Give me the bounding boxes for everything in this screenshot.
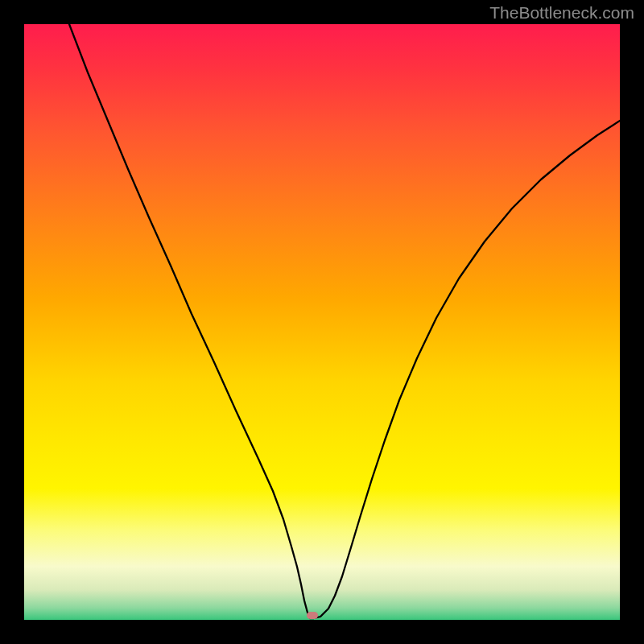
watermark-label: TheBottleneck.com [489, 3, 634, 23]
minimum-marker [307, 612, 318, 619]
chart-frame: TheBottleneck.com [0, 0, 644, 644]
bottleneck-curve [24, 24, 620, 620]
plot-area [24, 24, 620, 620]
